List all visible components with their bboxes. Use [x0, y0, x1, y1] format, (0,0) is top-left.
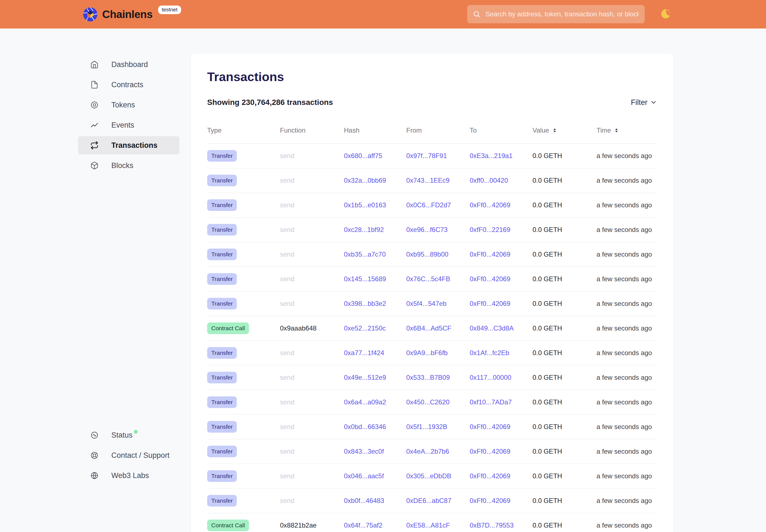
hash-link[interactable]: 0xb0f...46483 [344, 497, 384, 504]
function-cell: send [280, 448, 344, 455]
chevron-down-icon [650, 99, 657, 106]
hash-link[interactable]: 0x0bd...66346 [344, 423, 386, 430]
time-cell: a few seconds ago [597, 324, 657, 332]
from-link[interactable]: 0x533...B7B09 [406, 374, 450, 381]
hash-link[interactable]: 0x32a...0bb69 [344, 177, 386, 184]
table-header: Type Function Hash From To Value Time [207, 117, 657, 144]
from-link[interactable]: 0x4eA...2b7b6 [406, 448, 449, 455]
globe-icon [90, 471, 99, 480]
to-link[interactable]: 0x117...00000 [470, 374, 511, 381]
hash-link[interactable]: 0xa77...1f424 [344, 349, 384, 357]
hash-link[interactable]: 0xb35...a7c70 [344, 250, 386, 258]
value-cell: 0.0 GETH [533, 250, 597, 258]
from-link[interactable]: 0x305...eDbDB [406, 472, 452, 480]
hash-link[interactable]: 0x49e...512e9 [344, 374, 386, 381]
table-row: Transfer send 0xb0f...46483 0xDE6...abC8… [207, 489, 657, 513]
type-badge: Transfer [207, 396, 237, 408]
to-link[interactable]: 0x1Af...fc2Eb [470, 349, 509, 357]
table-row: Transfer send 0x843...3ec0f 0x4eA...2b7b… [207, 439, 657, 464]
hash-link[interactable]: 0xe52...2150c [344, 324, 386, 332]
table-row: Contract Call 0x8821b2ae 0x64f...75af2 0… [207, 513, 657, 532]
column-header-time[interactable]: Time [597, 126, 657, 134]
hash-link[interactable]: 0xc28...1bf92 [344, 226, 384, 233]
theme-toggle-moon-icon[interactable] [659, 8, 672, 20]
value-cell: 0.0 GETH [533, 300, 597, 308]
value-cell: 0.0 GETH [533, 472, 597, 480]
from-link[interactable]: 0x743...1EEc9 [406, 177, 450, 184]
search-bar[interactable] [467, 5, 645, 23]
hash-link[interactable]: 0x046...aac5f [344, 472, 384, 480]
sidebar-item-status[interactable]: Status [78, 426, 179, 444]
function-cell: send [280, 275, 344, 283]
from-link[interactable]: 0xb95...89b00 [406, 250, 448, 258]
hash-link[interactable]: 0x6a4...a09a2 [344, 398, 386, 406]
function-cell: send [280, 374, 344, 381]
to-link[interactable]: 0xf10...7ADa7 [470, 398, 512, 406]
from-link[interactable]: 0x9A9...bF6fb [406, 349, 448, 357]
filter-button[interactable]: Filter [631, 98, 657, 107]
table-row: Transfer send 0x1b5...e0163 0x0C6...FD2d… [207, 193, 657, 218]
type-badge: Transfer [207, 372, 237, 383]
sidebar-item-transactions[interactable]: Transactions [78, 136, 179, 154]
value-cell: 0.0 GETH [533, 448, 597, 455]
type-badge: Transfer [207, 470, 237, 482]
brand[interactable]: Chainlens testnet [82, 0, 181, 29]
from-link[interactable]: 0x5f1...1932B [406, 423, 447, 430]
hash-link[interactable]: 0x398...bb3e2 [344, 300, 386, 307]
hash-link[interactable]: 0x1b5...e0163 [344, 201, 386, 209]
from-link[interactable]: 0x5f4...547eb [406, 300, 447, 307]
to-link[interactable]: 0xE3a...219a1 [470, 152, 513, 159]
from-link[interactable]: 0xE58...A81cF [406, 521, 450, 529]
time-cell: a few seconds ago [597, 349, 657, 357]
to-link[interactable]: 0x849...C3d8A [470, 324, 514, 332]
sidebar-item-label: Dashboard [111, 60, 148, 69]
from-link[interactable]: 0x0C6...FD2d7 [406, 201, 451, 209]
sidebar-item-events[interactable]: Events [78, 116, 179, 134]
sidebar-item-label: Contracts [111, 81, 143, 89]
type-badge: Transfer [207, 298, 237, 309]
value-cell: 0.0 GETH [533, 226, 597, 234]
from-link[interactable]: 0x6B4...Ad5CF [406, 324, 452, 332]
to-link[interactable]: 0xFf0...42069 [470, 275, 511, 283]
time-cell: a few seconds ago [597, 152, 657, 160]
brand-name: Chainlens [102, 8, 153, 20]
sidebar-item-contracts[interactable]: Contracts [78, 76, 179, 94]
to-link[interactable]: 0xff0...00420 [470, 177, 508, 184]
to-link[interactable]: 0xFf0...42069 [470, 423, 511, 430]
to-link[interactable]: 0xFf0...42069 [470, 497, 511, 504]
sidebar-item-dashboard[interactable]: Dashboard [78, 55, 179, 74]
function-cell: send [280, 177, 344, 184]
sidebar-footer: Status Contact / Support Web3 Labs [78, 426, 179, 487]
function-cell: send [280, 423, 344, 431]
search-input[interactable] [485, 10, 639, 18]
hash-link[interactable]: 0x145...15689 [344, 275, 386, 283]
transactions-count: Showing 230,764,286 transactions [207, 98, 333, 107]
to-link[interactable]: 0xFf0...42069 [470, 201, 511, 209]
function-cell: send [280, 349, 344, 357]
sidebar-item-web3-labs[interactable]: Web3 Labs [78, 466, 179, 485]
from-link[interactable]: 0xDE6...abC87 [406, 497, 452, 504]
function-cell: send [280, 250, 344, 258]
column-header-value[interactable]: Value [533, 126, 597, 134]
sidebar-item-tokens[interactable]: Tokens [78, 96, 179, 114]
hash-link[interactable]: 0x680...aff75 [344, 152, 382, 159]
to-link[interactable]: 0xB7D...79553 [470, 521, 514, 529]
from-link[interactable]: 0x76C...5c4FB [406, 275, 450, 283]
to-link[interactable]: 0xFf0...42069 [470, 250, 511, 258]
to-link[interactable]: 0xFf0...42069 [470, 448, 511, 455]
from-link[interactable]: 0x97f...78F91 [406, 152, 447, 159]
time-cell: a few seconds ago [597, 275, 657, 283]
from-link[interactable]: 0x450...C2620 [406, 398, 450, 406]
sort-icon [614, 127, 619, 133]
to-link[interactable]: 0xFf0...42069 [470, 472, 511, 480]
hash-link[interactable]: 0x843...3ec0f [344, 448, 384, 455]
hash-link[interactable]: 0x64f...75af2 [344, 521, 382, 529]
sidebar-item-label: Contact / Support [111, 451, 169, 460]
to-link[interactable]: 0xfF0...22169 [470, 226, 511, 233]
to-link[interactable]: 0xFf0...42069 [470, 300, 511, 307]
token-icon [90, 101, 99, 109]
sidebar-item-blocks[interactable]: Blocks [78, 156, 179, 175]
from-link[interactable]: 0xe96...f6C73 [406, 226, 448, 233]
value-cell: 0.0 GETH [533, 152, 597, 160]
sidebar-item-contact-support[interactable]: Contact / Support [78, 446, 179, 464]
